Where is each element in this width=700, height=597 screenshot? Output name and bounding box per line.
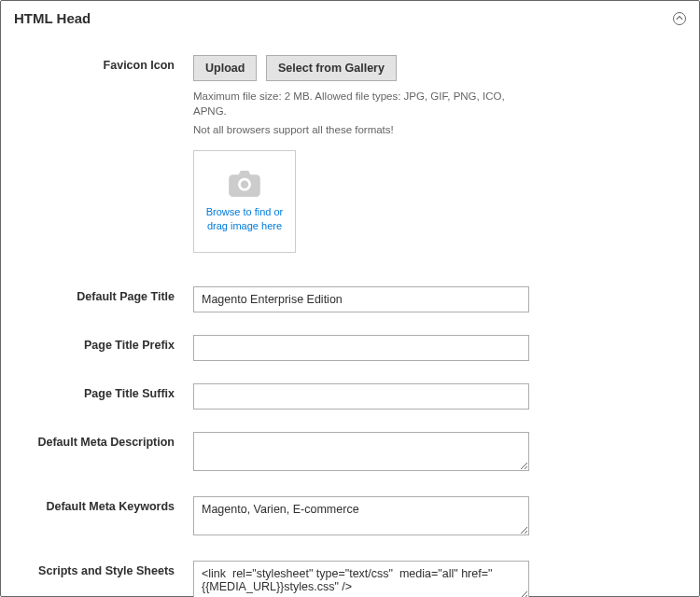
camera-icon (229, 171, 260, 200)
scripts-row: Scripts and Style Sheets This will be in… (25, 561, 675, 597)
panel-header: HTML Head (1, 1, 699, 35)
panel-body: Favicon Icon Upload Select from Gallery … (1, 36, 699, 597)
default-meta-description-input[interactable] (193, 432, 529, 471)
favicon-label: Favicon Icon (25, 55, 193, 72)
favicon-control: Upload Select from Gallery Maximum file … (193, 55, 529, 253)
html-head-panel: HTML Head Favicon Icon Upload Select fro… (0, 0, 700, 597)
scripts-input[interactable] (193, 561, 529, 597)
default-meta-keywords-row: Default Meta Keywords (25, 496, 675, 538)
default-meta-description-row: Default Meta Description (25, 432, 675, 474)
favicon-row: Favicon Icon Upload Select from Gallery … (25, 55, 675, 253)
favicon-hint-1: Maximum file size: 2 MB. Allowed file ty… (193, 89, 529, 118)
default-page-title-row: Default Page Title (25, 286, 675, 312)
default-meta-description-label: Default Meta Description (25, 432, 193, 449)
default-page-title-input[interactable] (193, 286, 529, 312)
default-page-title-label: Default Page Title (25, 286, 193, 303)
panel-title: HTML Head (14, 10, 91, 26)
collapse-icon[interactable] (673, 12, 686, 25)
page-title-suffix-row: Page Title Suffix (25, 383, 675, 410)
page-title-prefix-row: Page Title Prefix (25, 335, 675, 361)
default-meta-keywords-input[interactable] (193, 496, 529, 535)
page-title-prefix-input[interactable] (193, 335, 529, 361)
page-title-prefix-label: Page Title Prefix (25, 335, 193, 352)
select-from-gallery-button[interactable]: Select from Gallery (266, 55, 397, 81)
scripts-label: Scripts and Style Sheets (25, 561, 193, 577)
favicon-hint-2: Not all browsers support all these forma… (193, 122, 529, 137)
favicon-uploader[interactable]: Browse to find or drag image here (193, 150, 296, 253)
page-title-suffix-input[interactable] (193, 383, 529, 410)
browse-text: Browse to find or drag image here (200, 205, 289, 232)
default-meta-keywords-label: Default Meta Keywords (25, 496, 193, 513)
page-title-suffix-label: Page Title Suffix (25, 383, 193, 400)
upload-button[interactable]: Upload (193, 55, 257, 81)
